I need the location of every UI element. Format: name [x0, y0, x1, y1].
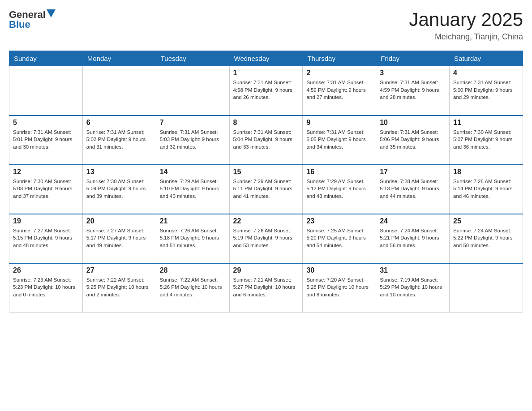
day-number: 4 [453, 69, 519, 77]
day-number: 31 [380, 266, 446, 274]
day-info: Sunrise: 7:30 AM Sunset: 5:07 PM Dayligh… [453, 128, 519, 151]
day-cell: 24Sunrise: 7:24 AM Sunset: 5:21 PM Dayli… [376, 214, 450, 263]
day-cell: 20Sunrise: 7:27 AM Sunset: 5:17 PM Dayli… [82, 214, 156, 263]
day-cell: 27Sunrise: 7:22 AM Sunset: 5:25 PM Dayli… [82, 263, 156, 313]
day-number: 24 [380, 217, 446, 225]
day-info: Sunrise: 7:27 AM Sunset: 5:15 PM Dayligh… [13, 227, 79, 249]
day-cell: 21Sunrise: 7:26 AM Sunset: 5:18 PM Dayli… [156, 214, 229, 263]
logo-blue: Blue [9, 19, 30, 30]
header-monday: Monday [82, 51, 156, 66]
day-number: 17 [380, 168, 446, 176]
day-number: 6 [86, 119, 152, 127]
day-number: 28 [160, 266, 226, 274]
day-number: 15 [233, 168, 299, 176]
day-number: 14 [160, 168, 226, 176]
day-number: 27 [86, 266, 152, 274]
day-number: 18 [453, 168, 519, 176]
day-cell: 22Sunrise: 7:26 AM Sunset: 5:19 PM Dayli… [229, 214, 303, 263]
calendar-title: January 2025 [409, 9, 523, 30]
week-row-1: 1Sunrise: 7:31 AM Sunset: 4:58 PM Daylig… [9, 66, 523, 116]
day-cell: 6Sunrise: 7:31 AM Sunset: 5:02 PM Daylig… [82, 116, 156, 165]
header-saturday: Saturday [450, 51, 523, 66]
day-number: 25 [453, 217, 519, 225]
day-cell: 30Sunrise: 7:20 AM Sunset: 5:28 PM Dayli… [303, 263, 376, 313]
day-number: 21 [160, 217, 226, 225]
day-info: Sunrise: 7:31 AM Sunset: 5:01 PM Dayligh… [13, 128, 79, 151]
header-friday: Friday [376, 51, 450, 66]
day-cell: 28Sunrise: 7:22 AM Sunset: 5:26 PM Dayli… [156, 263, 229, 313]
day-info: Sunrise: 7:29 AM Sunset: 5:12 PM Dayligh… [306, 178, 372, 200]
day-number: 26 [13, 266, 79, 274]
week-row-4: 19Sunrise: 7:27 AM Sunset: 5:15 PM Dayli… [9, 214, 523, 263]
day-cell: 14Sunrise: 7:29 AM Sunset: 5:10 PM Dayli… [156, 165, 229, 214]
calendar-table: SundayMondayTuesdayWednesdayThursdayFrid… [9, 51, 523, 313]
day-info: Sunrise: 7:31 AM Sunset: 4:58 PM Dayligh… [233, 79, 299, 101]
day-info: Sunrise: 7:24 AM Sunset: 5:21 PM Dayligh… [380, 227, 446, 249]
day-info: Sunrise: 7:22 AM Sunset: 5:26 PM Dayligh… [160, 276, 226, 299]
day-cell: 1Sunrise: 7:31 AM Sunset: 4:58 PM Daylig… [229, 66, 303, 116]
calendar-subtitle: Meichang, Tianjin, China [409, 32, 523, 42]
day-cell: 3Sunrise: 7:31 AM Sunset: 4:59 PM Daylig… [376, 66, 450, 116]
day-cell: 2Sunrise: 7:31 AM Sunset: 4:59 PM Daylig… [303, 66, 376, 116]
day-cell: 11Sunrise: 7:30 AM Sunset: 5:07 PM Dayli… [450, 116, 523, 165]
day-number: 5 [13, 119, 79, 127]
day-cell [9, 66, 83, 116]
day-info: Sunrise: 7:20 AM Sunset: 5:28 PM Dayligh… [306, 276, 372, 299]
day-cell: 7Sunrise: 7:31 AM Sunset: 5:03 PM Daylig… [156, 116, 229, 165]
day-info: Sunrise: 7:31 AM Sunset: 4:59 PM Dayligh… [306, 79, 372, 101]
header-thursday: Thursday [303, 51, 376, 66]
day-info: Sunrise: 7:31 AM Sunset: 5:05 PM Dayligh… [306, 128, 372, 151]
week-row-5: 26Sunrise: 7:23 AM Sunset: 5:23 PM Dayli… [9, 263, 523, 313]
day-info: Sunrise: 7:21 AM Sunset: 5:27 PM Dayligh… [233, 276, 299, 299]
day-number: 19 [13, 217, 79, 225]
day-info: Sunrise: 7:31 AM Sunset: 5:02 PM Dayligh… [86, 128, 152, 151]
day-number: 7 [160, 119, 226, 127]
week-row-3: 12Sunrise: 7:30 AM Sunset: 5:08 PM Dayli… [9, 165, 523, 214]
day-cell: 23Sunrise: 7:25 AM Sunset: 5:20 PM Dayli… [303, 214, 376, 263]
header-tuesday: Tuesday [156, 51, 229, 66]
day-cell: 5Sunrise: 7:31 AM Sunset: 5:01 PM Daylig… [9, 116, 83, 165]
day-info: Sunrise: 7:19 AM Sunset: 5:29 PM Dayligh… [380, 276, 446, 299]
week-row-2: 5Sunrise: 7:31 AM Sunset: 5:01 PM Daylig… [9, 116, 523, 165]
day-number: 3 [380, 69, 446, 77]
header-wednesday: Wednesday [229, 51, 303, 66]
day-cell: 10Sunrise: 7:31 AM Sunset: 5:06 PM Dayli… [376, 116, 450, 165]
day-cell: 4Sunrise: 7:31 AM Sunset: 5:00 PM Daylig… [450, 66, 523, 116]
day-info: Sunrise: 7:31 AM Sunset: 4:59 PM Dayligh… [380, 79, 446, 101]
title-section: January 2025 Meichang, Tianjin, China [409, 9, 523, 42]
day-number: 9 [306, 119, 372, 127]
day-number: 1 [233, 69, 299, 77]
day-number: 20 [86, 217, 152, 225]
day-cell: 19Sunrise: 7:27 AM Sunset: 5:15 PM Dayli… [9, 214, 83, 263]
day-info: Sunrise: 7:22 AM Sunset: 5:25 PM Dayligh… [86, 276, 152, 299]
day-info: Sunrise: 7:28 AM Sunset: 5:13 PM Dayligh… [380, 178, 446, 200]
day-number: 11 [453, 119, 519, 127]
day-number: 29 [233, 266, 299, 274]
day-number: 30 [306, 266, 372, 274]
logo-icon [47, 9, 56, 18]
day-cell: 13Sunrise: 7:30 AM Sunset: 5:09 PM Dayli… [82, 165, 156, 214]
day-info: Sunrise: 7:31 AM Sunset: 5:04 PM Dayligh… [233, 128, 299, 151]
day-cell: 17Sunrise: 7:28 AM Sunset: 5:13 PM Dayli… [376, 165, 450, 214]
day-cell [82, 66, 156, 116]
day-cell: 12Sunrise: 7:30 AM Sunset: 5:08 PM Dayli… [9, 165, 83, 214]
svg-marker-0 [47, 9, 56, 17]
day-cell: 18Sunrise: 7:28 AM Sunset: 5:14 PM Dayli… [450, 165, 523, 214]
logo: General Blue [9, 9, 56, 30]
day-info: Sunrise: 7:25 AM Sunset: 5:20 PM Dayligh… [306, 227, 372, 249]
day-number: 2 [306, 69, 372, 77]
day-info: Sunrise: 7:24 AM Sunset: 5:22 PM Dayligh… [453, 227, 519, 249]
day-info: Sunrise: 7:31 AM Sunset: 5:03 PM Dayligh… [160, 128, 226, 151]
day-cell: 26Sunrise: 7:23 AM Sunset: 5:23 PM Dayli… [9, 263, 83, 313]
day-info: Sunrise: 7:29 AM Sunset: 5:11 PM Dayligh… [233, 178, 299, 200]
day-cell [156, 66, 229, 116]
day-number: 16 [306, 168, 372, 176]
day-number: 22 [233, 217, 299, 225]
day-info: Sunrise: 7:28 AM Sunset: 5:14 PM Dayligh… [453, 178, 519, 200]
page-header: General Blue January 2025 Meichang, Tian… [9, 9, 523, 42]
day-number: 23 [306, 217, 372, 225]
day-number: 12 [13, 168, 79, 176]
header-sunday: Sunday [9, 51, 83, 66]
day-cell: 9Sunrise: 7:31 AM Sunset: 5:05 PM Daylig… [303, 116, 376, 165]
day-info: Sunrise: 7:26 AM Sunset: 5:18 PM Dayligh… [160, 227, 226, 249]
